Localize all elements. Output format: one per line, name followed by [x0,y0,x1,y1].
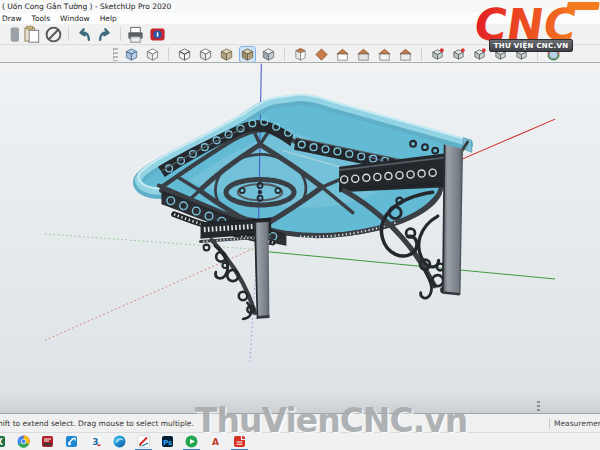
taskbar-chrome[interactable] [17,435,30,448]
svg-text:A: A [212,437,219,447]
toolbar-separator [68,27,69,41]
toolbar-separator [168,47,169,61]
erase-icon[interactable] [44,25,63,44]
measurements-label: Measurements [554,419,600,428]
menu-item-help[interactable]: Help [100,14,117,23]
iso-view-icon[interactable] [293,47,308,62]
toolbar-separator [120,27,121,41]
right-bracket [339,141,446,298]
drawing-axes [45,119,555,361]
center-post [254,222,269,319]
component-icon-2[interactable] [451,47,466,62]
window-title: ( Uốn Cong Gắn Tường ) - SketchUp Pro 20… [2,2,171,11]
component-icon-1[interactable] [430,47,445,62]
rear-scroll-band [294,138,443,181]
taskbar-excel[interactable]: X [0,435,6,448]
redo-icon[interactable] [96,25,115,44]
glass-panel [138,96,467,236]
menu-item-draw[interactable]: Draw [2,14,22,23]
canopy-model[interactable] [138,64,471,319]
menu-bar: DrawToolsWindowHelp [0,13,600,24]
wireframe-style-icon[interactable] [177,47,192,62]
component-icon-3[interactable] [472,47,487,62]
axis-blue [258,64,261,246]
taskbar: X3PsA [0,432,600,450]
svg-text:X: X [0,437,3,447]
taskbar-3dsmax[interactable]: 3 [89,435,102,448]
print-icon[interactable] [126,25,145,44]
front-scroll-band [161,191,439,246]
taskbar-autocad[interactable]: A [209,435,222,448]
toolbar-separator [421,47,422,61]
paste-icon[interactable] [22,25,41,44]
right-post [443,145,463,295]
cnc-banner: THƯ VIỆN CNC.VN [489,39,573,52]
status-separator [549,418,550,429]
taskbar-red-doc[interactable] [233,435,246,448]
axis-red [269,119,556,242]
status-bar: hift to extend select. Drag mouse to sel… [0,414,600,432]
menu-item-window[interactable]: Window [60,14,90,23]
axis-red-dashed [45,248,254,340]
taskbar-photoshop[interactable]: Ps [161,435,174,448]
viewport-3d[interactable] [0,62,600,414]
left-scroll-band [158,118,293,177]
taskbar-edge[interactable] [113,435,126,448]
iron-frame [159,124,468,235]
toolbar-drag-handle[interactable] [113,48,118,61]
measurements-toolbar-handle[interactable] [537,401,540,414]
toolbar-separator [284,47,285,61]
status-hint: hift to extend select. Drag mouse to sel… [0,419,194,428]
back-view-icon[interactable] [377,47,392,62]
shaded-textures-style-icon[interactable] [240,47,255,62]
axis-green [268,252,555,279]
viewport-canvas [0,63,600,414]
medallion [226,179,294,205]
front-view-icon[interactable] [335,47,350,62]
undo-icon[interactable] [74,25,93,44]
center-rail [201,219,272,242]
axis-green-dashed [45,234,253,249]
taskbar-sketchup[interactable] [137,435,150,448]
axis-blue-dashed [250,259,257,362]
back-edges-style-icon[interactable] [145,47,160,62]
monochrome-style-icon[interactable] [261,47,276,62]
partial-doc-icon[interactable] [0,25,19,44]
top-view-icon[interactable] [314,47,329,62]
left-view-icon[interactable] [398,47,413,62]
sketchup-window: ( Uốn Cong Gắn Tường ) - SketchUp Pro 20… [0,0,600,450]
right-view-icon[interactable] [356,47,371,62]
taskbar-zalo[interactable] [65,435,78,448]
shaded-style-icon[interactable] [219,47,234,62]
glass-rim [138,95,471,194]
center-bracket [204,240,255,319]
model-info-icon[interactable] [148,25,167,44]
menu-item-tools[interactable]: Tools [32,14,50,23]
taskbar-solidworks[interactable] [41,435,54,448]
svg-text:Ps: Ps [163,438,172,446]
taskbar-camtasia[interactable] [185,435,198,448]
hidden-line-style-icon[interactable] [198,47,213,62]
window-titlebar[interactable]: ( Uốn Cong Gắn Tường ) - SketchUp Pro 20… [0,0,600,13]
xray-style-icon[interactable] [124,47,139,62]
